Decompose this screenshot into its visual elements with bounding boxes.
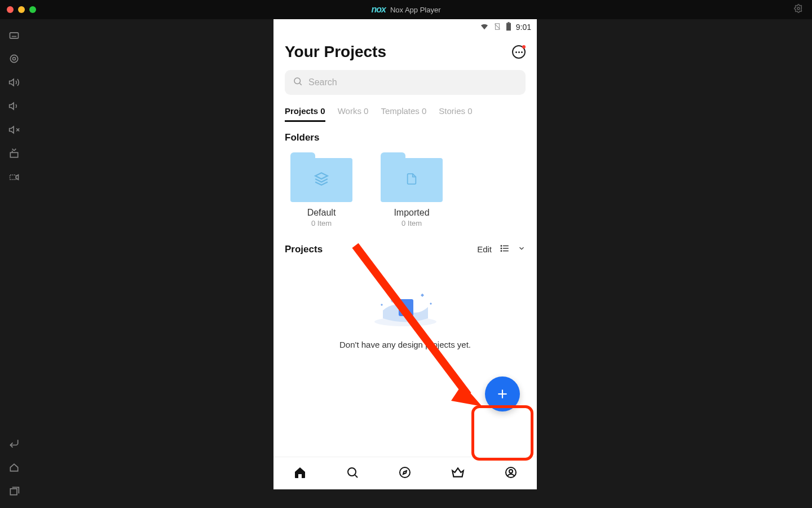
tab-templates[interactable]: Templates 0	[381, 106, 426, 122]
folder-default[interactable]: Default 0 Item	[285, 152, 358, 227]
volume-mute-icon[interactable]	[8, 124, 20, 135]
edit-button[interactable]: Edit	[477, 244, 492, 254]
svg-point-3	[13, 58, 16, 60]
svg-point-2	[10, 55, 17, 62]
svg-rect-1	[10, 33, 19, 38]
svg-marker-19	[315, 173, 328, 179]
volume-down-icon[interactable]	[8, 100, 20, 112]
search-input[interactable]	[308, 77, 518, 87]
empty-message: Don't have any design projects yet.	[285, 340, 526, 349]
emulator-toolbar	[0, 19, 28, 508]
svg-point-36	[509, 470, 513, 473]
location-icon[interactable]	[8, 53, 20, 64]
svg-point-17	[294, 78, 301, 84]
folder-name: Imported	[375, 208, 448, 218]
settings-icon[interactable]	[794, 4, 803, 15]
battery-icon	[506, 22, 511, 33]
projects-heading: Projects	[285, 244, 323, 255]
nav-search[interactable]	[346, 466, 359, 481]
svg-marker-6	[10, 126, 14, 133]
svg-line-18	[299, 83, 301, 85]
more-options-button[interactable]	[512, 45, 526, 59]
svg-point-23	[501, 246, 502, 247]
tab-projects[interactable]: Projects 0	[285, 106, 325, 122]
search-icon	[293, 76, 303, 89]
screenshot-icon[interactable]	[8, 148, 20, 159]
svg-point-24	[501, 248, 502, 249]
svg-rect-12	[10, 489, 17, 495]
window-minimize-button[interactable]	[18, 6, 25, 13]
svg-rect-9	[10, 152, 17, 157]
chevron-down-icon[interactable]	[518, 244, 526, 254]
folder-name: Default	[285, 208, 358, 218]
search-field[interactable]	[285, 70, 526, 95]
home-icon[interactable]	[8, 462, 20, 473]
folder-imported[interactable]: Imported 0 Item	[375, 152, 448, 227]
svg-point-28	[391, 298, 395, 303]
svg-rect-16	[508, 22, 509, 23]
nav-profile[interactable]	[504, 466, 518, 481]
svg-marker-4	[10, 79, 14, 86]
nav-explore[interactable]	[398, 466, 412, 481]
svg-marker-34	[403, 471, 407, 474]
svg-marker-11	[16, 175, 18, 179]
svg-point-33	[400, 467, 410, 478]
svg-marker-5	[10, 103, 14, 110]
no-sim-icon	[493, 23, 501, 32]
tab-works[interactable]: Works 0	[338, 106, 369, 122]
svg-line-32	[355, 475, 357, 477]
stack-icon	[314, 172, 329, 189]
empty-state: Don't have any design projects yet.	[285, 278, 526, 349]
nav-premium[interactable]	[451, 465, 465, 482]
tabs: Projects 0 Works 0 Templates 0 Stories 0	[285, 106, 526, 122]
svg-point-31	[348, 468, 356, 476]
svg-rect-10	[10, 175, 16, 179]
empty-illustration	[366, 278, 445, 329]
tab-stories[interactable]: Stories 0	[439, 106, 472, 122]
svg-point-0	[797, 7, 800, 10]
file-icon	[405, 172, 418, 189]
record-icon[interactable]	[8, 172, 20, 183]
annotation-highlight	[471, 405, 533, 461]
svg-rect-15	[506, 23, 511, 30]
svg-rect-27	[399, 299, 413, 316]
nav-home[interactable]	[293, 466, 307, 481]
window-close-button[interactable]	[7, 6, 14, 13]
svg-point-25	[501, 251, 502, 252]
keyboard-icon[interactable]	[8, 29, 20, 41]
android-status-bar: 9:01	[273, 19, 537, 35]
nox-logo: nox	[371, 5, 385, 15]
page-title: Your Projects	[285, 43, 386, 61]
folder-count: 0 Item	[285, 219, 358, 227]
list-view-icon[interactable]	[500, 243, 510, 255]
status-time: 9:01	[516, 23, 531, 32]
volume-up-icon[interactable]	[8, 77, 20, 88]
window-title: Nox App Player	[390, 6, 441, 14]
window-titlebar: nox Nox App Player	[0, 0, 812, 19]
folder-count: 0 Item	[375, 219, 448, 227]
bottom-nav	[273, 457, 537, 489]
wifi-icon	[480, 22, 489, 33]
recents-icon[interactable]	[8, 485, 20, 497]
folders-heading: Folders	[285, 132, 526, 143]
window-zoom-button[interactable]	[29, 6, 36, 13]
back-icon[interactable]	[8, 438, 20, 449]
